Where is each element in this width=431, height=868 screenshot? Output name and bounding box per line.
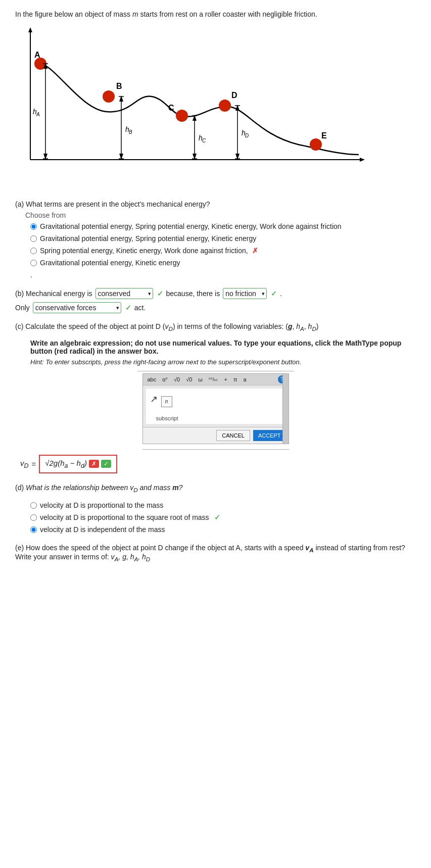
clear-answer-button[interactable]: ✗ xyxy=(89,460,99,468)
option-a3-text: Spring potential energy, Kinetic energy,… xyxy=(40,247,258,255)
part-b-line1: (b) Mechanical energy is conserved not c… xyxy=(15,288,416,299)
toolbar-plus[interactable]: + xyxy=(222,375,229,383)
toolbar-sqrt1[interactable]: √0 xyxy=(172,375,182,383)
act-text: act. xyxy=(134,304,146,312)
toolbar-sqrt2[interactable]: √0 xyxy=(184,375,194,383)
part-b-line2: Only conservative forces non-conservativ… xyxy=(15,302,416,313)
part-e-block: (e) How does the speed of the object at … xyxy=(15,544,416,563)
hint-text: Hint: To enter subscripts, press the rig… xyxy=(30,358,416,366)
option-a2[interactable]: Gravitational potential energy, Spring p… xyxy=(30,234,416,243)
radio-d3[interactable] xyxy=(30,526,37,533)
part-c-label: (c) Calculate the speed of the object at… xyxy=(15,322,416,332)
svg-marker-3 xyxy=(360,158,365,162)
radio-a4[interactable] xyxy=(30,260,37,266)
option-a4-text: Gravitational potential energy, Kinetic … xyxy=(40,259,180,267)
check-friction: ✓ xyxy=(271,290,277,298)
conserved-dropdown[interactable]: conserved not conserved xyxy=(95,288,153,299)
svg-point-7 xyxy=(219,100,231,112)
intro-text-part2: starts from rest on a roller coaster wit… xyxy=(138,10,317,18)
dropdown2-wrapper[interactable]: no friction friction xyxy=(223,288,267,299)
svg-point-6 xyxy=(176,110,188,122)
confirm-answer-button[interactable]: ✓ xyxy=(101,460,111,468)
dropdown3-wrapper[interactable]: conservative forces non-conservative for… xyxy=(33,302,121,313)
radio-a1[interactable] xyxy=(30,223,37,230)
part-c-instructions: Write an algebraic expression; do not us… xyxy=(30,339,416,366)
radio-d2[interactable] xyxy=(30,514,37,521)
answer-expression: √2g(ha − hd) xyxy=(45,459,87,469)
part-d-block: (d) What is the relationship between vD … xyxy=(15,484,416,534)
answer-vD-label: vD xyxy=(20,459,29,469)
part-a-block: (a) What terms are present in the object… xyxy=(15,200,416,279)
svg-text:B: B xyxy=(129,129,132,135)
option-a2-text: Gravitational potential energy, Spring p… xyxy=(40,234,256,243)
option-d3[interactable]: velocity at D is independent of the mass xyxy=(30,525,416,534)
toolbar-pi[interactable]: π xyxy=(231,375,240,383)
accept-button[interactable]: ACCEPT xyxy=(253,430,286,441)
mathtype-toolbar: abc α° √0 √0 ω ⁰⁰/₀₀ + π a ? xyxy=(143,374,289,385)
friction-dropdown[interactable]: no friction friction xyxy=(223,288,267,299)
option-a3[interactable]: Spring potential energy, Kinetic energy,… xyxy=(30,247,416,255)
svg-point-8 xyxy=(310,138,322,151)
option-a1[interactable]: Gravitational potential energy, Spring p… xyxy=(30,222,416,230)
radio-a3[interactable] xyxy=(30,248,37,254)
red-x-a3: ✗ xyxy=(252,247,258,255)
part-b-block: (b) Mechanical energy is conserved not c… xyxy=(15,288,416,313)
dropdown1-wrapper[interactable]: conserved not conserved xyxy=(95,288,153,299)
option-d1[interactable]: velocity at D is proportional to the mas… xyxy=(30,501,416,509)
svg-text:E: E xyxy=(321,131,327,140)
option-d3-text: velocity at D is independent of the mass xyxy=(40,525,165,534)
part-b-label: (b) Mechanical energy is xyxy=(15,290,92,298)
part-c-block: (c) Calculate the speed of the object at… xyxy=(15,322,416,473)
graph-svg: A B C D E h A h B h C xyxy=(15,23,369,180)
option-a4[interactable]: Gravitational potential energy, Kinetic … xyxy=(30,259,416,267)
scrollbar[interactable] xyxy=(282,374,289,444)
toolbar-alpha[interactable]: α° xyxy=(160,375,170,383)
conservative-dropdown[interactable]: conservative forces non-conservative for… xyxy=(33,302,121,313)
option-d2[interactable]: velocity at D is proportional to the squ… xyxy=(30,513,416,521)
mathtype-popup: abc α° √0 √0 ω ⁰⁰/₀₀ + π a ? n ↗ xyxy=(142,373,289,444)
toolbar-abc[interactable]: abc xyxy=(146,375,159,383)
check-conservative: ✓ xyxy=(125,304,131,312)
part-e-vA: vA xyxy=(305,544,313,552)
choose-from-label: Choose from xyxy=(25,211,416,219)
part-d-question: What is the relationship between vD and … xyxy=(26,484,182,492)
radio-d1[interactable] xyxy=(30,502,37,509)
period1: . xyxy=(280,290,282,298)
subscript-char: n xyxy=(165,399,168,404)
svg-text:D: D xyxy=(245,133,249,138)
subscript-box: n xyxy=(161,396,172,407)
svg-text:D: D xyxy=(231,91,237,100)
intro-text: In the figure below an object of mass m … xyxy=(15,10,416,18)
option-d1-text: velocity at D is proportional to the mas… xyxy=(40,501,163,509)
svg-text:A: A xyxy=(34,51,40,59)
option-d2-text: velocity at D is proportional to the squ… xyxy=(40,513,209,521)
answer-box[interactable]: √2g(ha − hd) ✗ ✓ xyxy=(39,455,117,473)
mathtype-body[interactable]: n ↗ subscript xyxy=(146,389,285,424)
because-text: because, there is xyxy=(166,290,220,298)
radio-a2[interactable] xyxy=(30,235,37,242)
svg-text:B: B xyxy=(116,82,122,90)
bold-instruction: Write an algebraic expression; do not us… xyxy=(30,339,416,355)
svg-text:C: C xyxy=(202,138,206,143)
only-text: Only xyxy=(15,304,30,312)
mass-variable: m xyxy=(132,10,138,18)
part-a-label: (a) What terms are present in the object… xyxy=(15,200,416,208)
check-d2: ✓ xyxy=(214,513,220,521)
check-conserved: ✓ xyxy=(157,290,163,298)
part-e-text: (e) How does the speed of the object at … xyxy=(15,544,416,563)
intro-text-part1: In the figure below an object of mass xyxy=(15,10,132,18)
svg-marker-2 xyxy=(28,27,32,32)
cancel-button[interactable]: CANCEL xyxy=(216,430,250,441)
part-e-label: (e) How does the speed of the object at … xyxy=(15,544,305,552)
mathtype-footer: CANCEL ACCEPT xyxy=(143,427,289,444)
svg-text:A: A xyxy=(36,112,40,117)
toolbar-omega[interactable]: ω xyxy=(196,375,205,383)
option-a1-text: Gravitational potential energy, Spring p… xyxy=(40,222,342,230)
roller-coaster-graph: A B C D E h A h B h C xyxy=(15,23,369,185)
toolbar-fraction[interactable]: ⁰⁰/₀₀ xyxy=(207,376,220,383)
equals-sign: = xyxy=(32,460,36,468)
part-e-vars: vA, g, hA, hD xyxy=(111,553,151,561)
arrow-pointer: ↗ xyxy=(150,394,158,405)
toolbar-a[interactable]: a xyxy=(241,375,248,383)
part-d-label: (d) What is the relationship between vD … xyxy=(15,484,416,493)
